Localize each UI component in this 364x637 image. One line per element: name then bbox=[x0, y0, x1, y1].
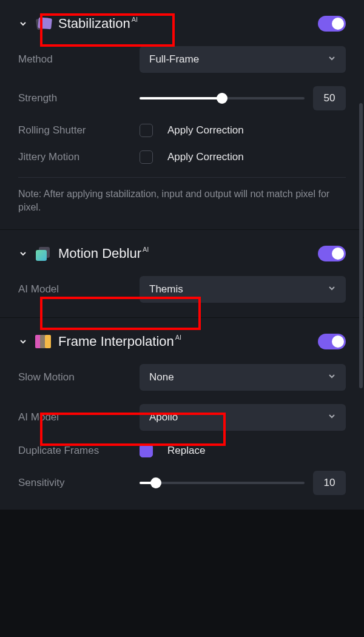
ai-badge: AI bbox=[175, 334, 181, 341]
frame-interpolation-toggle[interactable] bbox=[318, 334, 346, 349]
deblur-ai-model-select[interactable]: Themis bbox=[140, 276, 346, 303]
chevron-down-icon[interactable] bbox=[18, 337, 28, 346]
jittery-motion-label: Jittery Motion bbox=[18, 151, 140, 163]
chevron-down-icon bbox=[328, 283, 336, 295]
divider bbox=[18, 177, 346, 178]
chevron-down-icon[interactable] bbox=[18, 249, 28, 258]
strength-slider[interactable] bbox=[140, 97, 305, 99]
frame-interpolation-section: Frame InterpolationAI Slow Motion None A… bbox=[0, 318, 364, 510]
sensitivity-slider[interactable] bbox=[140, 482, 305, 484]
method-select[interactable]: Full-Frame bbox=[140, 46, 346, 73]
sensitivity-value[interactable]: 10 bbox=[313, 471, 346, 495]
chevron-down-icon bbox=[328, 411, 336, 423]
stabilization-icon bbox=[34, 15, 52, 33]
ai-badge: AI bbox=[143, 246, 149, 253]
chevron-down-icon bbox=[328, 53, 336, 66]
sensitivity-label: Sensitivity bbox=[18, 477, 140, 489]
rolling-shutter-label: Rolling Shutter bbox=[18, 124, 140, 136]
stabilization-note: Note: After applying stabilization, inpu… bbox=[18, 187, 346, 215]
slow-motion-label: Slow Motion bbox=[18, 371, 140, 383]
rolling-shutter-check-label: Apply Correction bbox=[167, 124, 244, 136]
jittery-motion-checkbox[interactable] bbox=[140, 150, 153, 164]
motion-deblur-icon bbox=[34, 244, 52, 263]
strength-label: Strength bbox=[18, 92, 140, 104]
chevron-down-icon bbox=[328, 371, 336, 383]
motion-deblur-toggle[interactable] bbox=[318, 246, 346, 261]
jittery-motion-check-label: Apply Correction bbox=[167, 151, 244, 163]
deblur-ai-model-label: AI Model bbox=[18, 283, 140, 295]
duplicate-frames-check-label: Replace bbox=[167, 445, 205, 457]
chevron-down-icon[interactable] bbox=[18, 19, 28, 29]
duplicate-frames-label: Duplicate Frames bbox=[18, 445, 140, 457]
ai-badge: AI bbox=[132, 16, 138, 23]
stabilization-section: StabilizationAI Method Full-Frame Streng… bbox=[0, 0, 364, 230]
frame-ai-model-label: AI Model bbox=[18, 411, 140, 423]
frame-ai-model-select[interactable]: Apollo bbox=[140, 404, 346, 431]
frame-interpolation-icon bbox=[34, 332, 52, 351]
method-label: Method bbox=[18, 53, 140, 66]
scrollbar[interactable] bbox=[359, 103, 363, 388]
motion-deblur-section: Motion DeblurAI AI Model Themis bbox=[0, 230, 364, 318]
strength-value[interactable]: 50 bbox=[313, 86, 346, 110]
stabilization-toggle[interactable] bbox=[318, 16, 346, 32]
duplicate-frames-checkbox[interactable] bbox=[140, 444, 153, 457]
motion-deblur-title: Motion DeblurAI bbox=[58, 246, 149, 261]
slow-motion-select[interactable]: None bbox=[140, 364, 346, 391]
rolling-shutter-checkbox[interactable] bbox=[140, 124, 153, 137]
stabilization-title: StabilizationAI bbox=[58, 16, 138, 32]
frame-interpolation-title: Frame InterpolationAI bbox=[58, 334, 181, 349]
